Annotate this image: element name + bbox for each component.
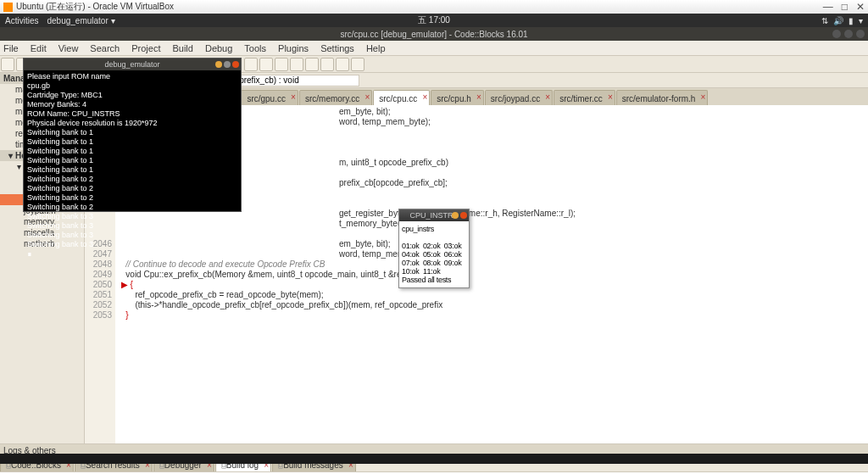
xterm-output: Please input ROM name cpu.gb Cartridge T… xyxy=(24,70,241,260)
cpu-instrs-window[interactable]: CPU_INSTRS cpu_instrs 01:ok 02:ok 03:ok … xyxy=(398,209,470,288)
menubar: FileEditViewSearchProjectBuildDebugTools… xyxy=(0,41,868,56)
cpu-instrs-close-icon[interactable] xyxy=(460,212,467,219)
editor-tab[interactable]: src/memory.cc× xyxy=(299,90,372,105)
sound-icon[interactable]: 🔊 xyxy=(833,16,843,25)
vbox-titlebar: Ubuntu (正在运行) - Oracle VM VirtualBox — □… xyxy=(0,0,868,14)
stop-debug-button[interactable] xyxy=(351,58,364,71)
close-icon[interactable]: ✕ xyxy=(856,1,865,13)
editor-tab[interactable]: src/timer.cc× xyxy=(554,90,615,105)
debug-continue-button[interactable] xyxy=(244,58,258,71)
menu-search[interactable]: Search xyxy=(90,43,120,53)
cpu-instrs-output: cpu_instrs 01:ok 02:ok 03:ok 04:ok 05:ok… xyxy=(399,221,469,287)
run-to-cursor-button[interactable] xyxy=(259,58,273,71)
vbox-window-controls: — □ ✕ xyxy=(823,1,865,13)
xterm-titlebar[interactable]: debug_emulator xyxy=(24,59,241,70)
vbox-icon xyxy=(3,3,13,12)
cpu-instrs-minimize-icon[interactable] xyxy=(452,212,459,219)
menu-help[interactable]: Help xyxy=(366,43,386,53)
next-instr-button[interactable] xyxy=(320,58,334,71)
xterm-minimize-icon[interactable] xyxy=(215,61,222,68)
editor-tab[interactable]: src/cpu.cc× xyxy=(373,90,430,105)
xterm-window[interactable]: debug_emulator Please input ROM name cpu… xyxy=(23,58,242,212)
cb-close-icon[interactable] xyxy=(856,30,865,38)
cb-minimize-icon[interactable] xyxy=(832,30,841,38)
menu-tools[interactable]: Tools xyxy=(244,43,266,53)
menu-view[interactable]: View xyxy=(58,43,79,53)
vbox-title-text: Ubuntu (正在运行) - Oracle VM VirtualBox xyxy=(16,1,174,13)
menu-debug[interactable]: Debug xyxy=(205,43,232,53)
minimize-icon[interactable]: — xyxy=(823,1,833,13)
cpu-instrs-title-text: CPU_INSTRS xyxy=(409,211,458,220)
tab-close-icon[interactable]: × xyxy=(476,92,481,102)
editor-tab[interactable]: src/emulator-form.h× xyxy=(616,90,709,105)
xterm-title-text: debug_emulator xyxy=(104,60,159,70)
tab-close-icon[interactable]: × xyxy=(608,92,613,102)
step-into-button[interactable] xyxy=(290,58,303,71)
clock[interactable]: 五 17:00 xyxy=(418,14,450,26)
step-out-button[interactable] xyxy=(305,58,319,71)
network-icon[interactable]: ⇅ xyxy=(821,16,828,25)
next-line-button[interactable] xyxy=(275,58,288,71)
menu-edit[interactable]: Edit xyxy=(31,43,47,53)
editor-tab[interactable]: src/cpu.h× xyxy=(431,90,484,105)
editor-tab[interactable]: src/joypad.cc× xyxy=(485,90,553,105)
menu-build[interactable]: Build xyxy=(172,43,192,53)
gnome-top-bar: Activities debug_emulator ▾ 五 17:00 ⇅ 🔊 … xyxy=(0,14,868,27)
battery-icon[interactable]: ▮ xyxy=(849,16,854,25)
cb-maximize-icon[interactable] xyxy=(844,30,853,38)
maximize-icon[interactable]: □ xyxy=(842,1,848,13)
editor-tab[interactable]: src/gpu.cc× xyxy=(241,90,298,105)
xterm-maximize-icon[interactable] xyxy=(224,61,231,68)
activities-button[interactable]: Activities xyxy=(5,16,38,25)
app-menu[interactable]: debug_emulator ▾ xyxy=(47,16,114,25)
new-file-button[interactable] xyxy=(1,58,14,71)
menu-settings[interactable]: Settings xyxy=(320,43,354,53)
codeblocks-titlebar: src/cpu.cc [debug_emulator] - Code::Bloc… xyxy=(0,27,868,41)
codeblocks-title-text: src/cpu.cc [debug_emulator] - Code::Bloc… xyxy=(340,30,527,39)
break-button[interactable] xyxy=(336,58,349,71)
menu-file[interactable]: File xyxy=(3,43,19,53)
xterm-close-icon[interactable] xyxy=(232,61,239,68)
tab-close-icon[interactable]: × xyxy=(701,92,706,102)
menu-plugins[interactable]: Plugins xyxy=(278,43,309,53)
menu-project[interactable]: Project xyxy=(131,43,160,53)
tab-close-icon[interactable]: × xyxy=(545,92,550,102)
power-icon[interactable]: ▾ xyxy=(859,16,863,25)
cpu-instrs-titlebar[interactable]: CPU_INSTRS xyxy=(399,209,469,221)
tab-close-icon[interactable]: × xyxy=(291,92,296,102)
tab-close-icon[interactable]: × xyxy=(364,92,370,102)
ubuntu-dock xyxy=(0,454,868,464)
tab-close-icon[interactable]: × xyxy=(422,92,427,102)
